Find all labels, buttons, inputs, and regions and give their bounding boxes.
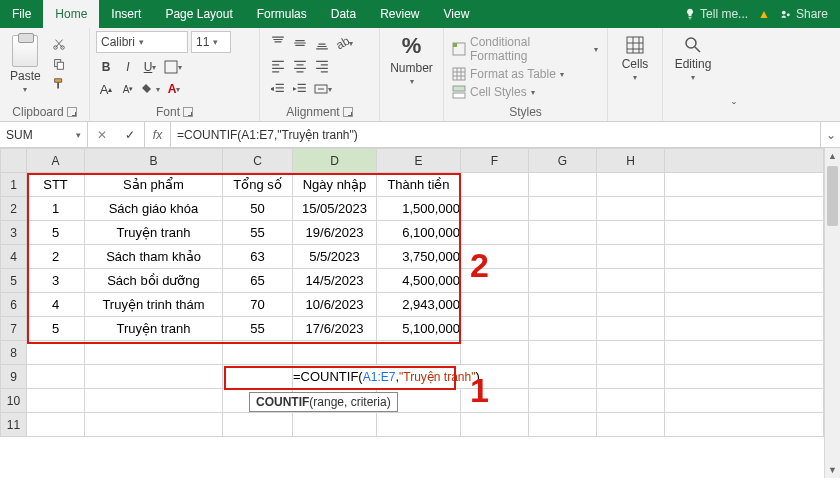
cell[interactable] bbox=[377, 341, 461, 365]
fill-color-button[interactable]: ▾ bbox=[140, 79, 162, 99]
cell[interactable]: 1,500,000 bbox=[377, 197, 461, 221]
increase-indent-button[interactable] bbox=[290, 79, 310, 99]
cell[interactable] bbox=[529, 293, 597, 317]
cell[interactable] bbox=[665, 413, 824, 437]
name-box[interactable]: SUM▾ bbox=[0, 122, 88, 147]
cell[interactable] bbox=[597, 221, 665, 245]
decrease-font-button[interactable]: A▾ bbox=[118, 79, 138, 99]
cell[interactable] bbox=[27, 365, 85, 389]
increase-font-button[interactable]: A▴ bbox=[96, 79, 116, 99]
bold-button[interactable]: B bbox=[96, 57, 116, 77]
align-middle-button[interactable] bbox=[290, 33, 310, 53]
cell[interactable] bbox=[461, 245, 529, 269]
cell[interactable] bbox=[377, 413, 461, 437]
col-header-a[interactable]: A bbox=[27, 149, 85, 173]
italic-button[interactable]: I bbox=[118, 57, 138, 77]
row-header[interactable]: 6 bbox=[1, 293, 27, 317]
decrease-indent-button[interactable] bbox=[268, 79, 288, 99]
copy-button[interactable] bbox=[49, 55, 69, 73]
tab-home[interactable]: Home bbox=[43, 0, 99, 28]
cell[interactable]: 14/5/2023 bbox=[293, 269, 377, 293]
row-header[interactable]: 1 bbox=[1, 173, 27, 197]
cell[interactable]: 6,100,000 bbox=[377, 221, 461, 245]
cell[interactable] bbox=[27, 341, 85, 365]
cell[interactable] bbox=[597, 365, 665, 389]
cell[interactable]: Sách bồi dưỡng bbox=[85, 269, 223, 293]
cell[interactable] bbox=[223, 365, 293, 389]
col-header-g[interactable]: G bbox=[529, 149, 597, 173]
cell[interactable] bbox=[529, 413, 597, 437]
cell[interactable]: Truyện trinh thám bbox=[85, 293, 223, 317]
cell[interactable] bbox=[461, 317, 529, 341]
tab-data[interactable]: Data bbox=[319, 0, 368, 28]
merge-button[interactable]: ▾ bbox=[312, 79, 334, 99]
cell[interactable]: STT bbox=[27, 173, 85, 197]
col-header-c[interactable]: C bbox=[223, 149, 293, 173]
font-launcher[interactable] bbox=[183, 107, 193, 117]
cell[interactable]: 5,100,000 bbox=[377, 317, 461, 341]
cell[interactable]: 2,943,000 bbox=[377, 293, 461, 317]
cell[interactable] bbox=[665, 245, 824, 269]
orientation-button[interactable]: ab▾ bbox=[334, 33, 355, 53]
align-right-button[interactable] bbox=[312, 56, 332, 76]
font-color-button[interactable]: A▾ bbox=[164, 79, 184, 99]
cell[interactable] bbox=[293, 341, 377, 365]
cell[interactable] bbox=[223, 341, 293, 365]
cell[interactable] bbox=[85, 365, 223, 389]
cell[interactable] bbox=[529, 317, 597, 341]
row-header[interactable]: 7 bbox=[1, 317, 27, 341]
cut-button[interactable] bbox=[49, 35, 69, 53]
cell[interactable] bbox=[461, 413, 529, 437]
row-header[interactable]: 2 bbox=[1, 197, 27, 221]
paste-button[interactable]: Paste ▾ bbox=[6, 31, 45, 96]
number-format-button[interactable]: % Number ▾ bbox=[386, 31, 437, 88]
format-as-table-button[interactable]: Format as Table▾ bbox=[452, 67, 598, 81]
font-name-combo[interactable]: Calibri▾ bbox=[96, 31, 188, 53]
row-header[interactable]: 9 bbox=[1, 365, 27, 389]
underline-button[interactable]: U▾ bbox=[140, 57, 160, 77]
cell[interactable]: Thành tiền bbox=[377, 173, 461, 197]
cell[interactable]: 63 bbox=[223, 245, 293, 269]
cell[interactable] bbox=[461, 173, 529, 197]
alignment-launcher[interactable] bbox=[343, 107, 353, 117]
scroll-down-button[interactable]: ▼ bbox=[825, 462, 840, 478]
cell[interactable] bbox=[85, 389, 223, 413]
row-header[interactable]: 4 bbox=[1, 245, 27, 269]
cell[interactable] bbox=[27, 413, 85, 437]
cell[interactable] bbox=[223, 413, 293, 437]
cell[interactable]: 15/05/2023 bbox=[293, 197, 377, 221]
cell[interactable]: Sách tham khảo bbox=[85, 245, 223, 269]
cell[interactable]: 70 bbox=[223, 293, 293, 317]
font-size-combo[interactable]: 11▾ bbox=[191, 31, 231, 53]
cell[interactable] bbox=[597, 245, 665, 269]
tab-formulas[interactable]: Formulas bbox=[245, 0, 319, 28]
cell[interactable] bbox=[529, 341, 597, 365]
cell[interactable]: 10/6/2023 bbox=[293, 293, 377, 317]
cells-button[interactable]: Cells▾ bbox=[616, 31, 655, 86]
cell[interactable] bbox=[461, 341, 529, 365]
share-button[interactable]: Share bbox=[780, 7, 828, 21]
cell[interactable] bbox=[461, 269, 529, 293]
cell[interactable] bbox=[85, 413, 223, 437]
cell[interactable]: 65 bbox=[223, 269, 293, 293]
cell[interactable] bbox=[27, 389, 85, 413]
cell[interactable] bbox=[597, 413, 665, 437]
clipboard-launcher[interactable] bbox=[67, 107, 77, 117]
border-button[interactable]: ▾ bbox=[162, 57, 184, 77]
cell[interactable] bbox=[461, 221, 529, 245]
select-all-corner[interactable] bbox=[1, 149, 27, 173]
col-header-b[interactable]: B bbox=[85, 149, 223, 173]
grid[interactable]: A B C D E F G H 1STTSản phẩmTổng sốNgày … bbox=[0, 148, 824, 437]
row-header[interactable]: 10 bbox=[1, 389, 27, 413]
cell[interactable] bbox=[85, 341, 223, 365]
cell[interactable]: 55 bbox=[223, 221, 293, 245]
cell[interactable] bbox=[529, 221, 597, 245]
confirm-formula-button[interactable]: ✓ bbox=[116, 128, 144, 142]
cell[interactable] bbox=[597, 269, 665, 293]
cell[interactable] bbox=[597, 317, 665, 341]
cell[interactable] bbox=[529, 245, 597, 269]
scroll-thumb[interactable] bbox=[827, 166, 838, 226]
tab-insert[interactable]: Insert bbox=[99, 0, 153, 28]
cell[interactable] bbox=[293, 413, 377, 437]
cell[interactable] bbox=[665, 197, 824, 221]
